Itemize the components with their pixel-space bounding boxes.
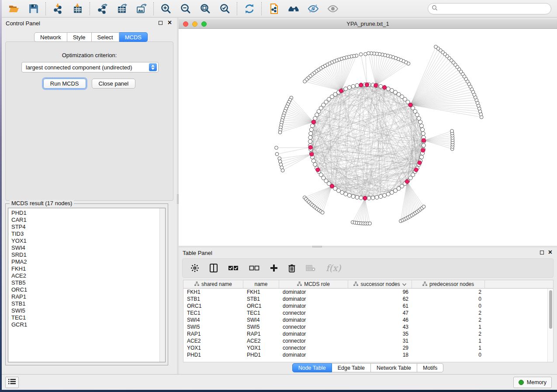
column-header-successor-nodes[interactable]: successor nodes [348, 280, 412, 288]
mcds-result-item[interactable]: TEC1 [11, 314, 165, 321]
criterion-label: Optimization criterion: [6, 52, 173, 58]
table-row[interactable]: SWI4SWI4dominator462 [183, 316, 553, 323]
column-header-filler [485, 280, 553, 288]
column-header-predecessor-nodes[interactable]: predecessor nodes [412, 280, 485, 288]
table-row[interactable]: FKH1FKH1dominator962 [183, 289, 553, 296]
toolbar-group [261, 2, 345, 15]
mcds-result-item[interactable]: CAR1 [11, 217, 165, 224]
tab-mcds[interactable]: MCDS [119, 32, 148, 42]
table-cell: STB1 [183, 296, 243, 303]
table-cell: SWI4 [243, 316, 279, 323]
node-table-body: FKH1FKH1dominator962STB1STB1dominator620… [183, 289, 553, 358]
mcds-result-item[interactable]: STB5 [11, 279, 165, 286]
show-columns-icon[interactable] [210, 262, 218, 274]
table-settings-icon[interactable] [190, 262, 199, 274]
table-cell: dominator [279, 351, 348, 358]
refresh-icon[interactable] [243, 3, 255, 14]
zoom-in-icon[interactable] [160, 3, 172, 14]
close-panel-button[interactable]: Close panel [92, 79, 136, 89]
table-cell: 1 [412, 344, 485, 351]
mcds-result-item[interactable]: SRD1 [11, 251, 165, 258]
mcds-result-item[interactable]: ACE2 [11, 272, 165, 279]
tab-edge-table[interactable]: Edge Table [332, 363, 371, 372]
mcds-result-title: MCDS result (17 nodes) [10, 200, 74, 206]
table-cell: RAP1 [243, 330, 279, 337]
table-row[interactable]: RAP1RAP1dominator352 [183, 330, 553, 337]
table-row[interactable]: PHD1PHD1dominator180 [183, 351, 553, 358]
list-icon [8, 378, 16, 386]
table-cell: TEC1 [243, 309, 279, 316]
cytoscape-window: Control Panel × NetworkStyleSelectMCDS O… [2, 0, 557, 390]
tab-style[interactable]: Style [67, 32, 92, 42]
tab-node-table[interactable]: Node Table [292, 363, 332, 372]
open-folder-icon[interactable] [8, 3, 20, 14]
mcds-result-item[interactable]: GCR1 [11, 321, 165, 328]
tab-motifs[interactable]: Motifs [417, 363, 443, 372]
mcds-result-item[interactable]: SWI4 [11, 244, 165, 251]
float-table-panel-icon[interactable] [540, 251, 544, 254]
close-panel-icon[interactable]: × [168, 19, 172, 27]
zoom-out-icon[interactable] [180, 3, 191, 14]
zoom-fit-icon[interactable] [199, 3, 211, 14]
save-icon[interactable] [28, 3, 39, 14]
table-row[interactable]: ORC1ORC1dominator610 [183, 303, 553, 309]
dropdown-stepper-icon [149, 63, 157, 71]
mcds-result-list[interactable]: PHD1CAR1STP4TID3YOX1SWI4SRD1PMA2FKH1ACE2… [8, 208, 166, 362]
tab-network[interactable]: Network [34, 32, 67, 42]
hide-selected-icon[interactable] [307, 3, 319, 14]
column-header-MCDS-role[interactable]: MCDS role [279, 280, 348, 288]
table-cell: 1 [412, 323, 485, 330]
table-row[interactable]: ACE2ACE2connector311 [183, 337, 553, 344]
search-box[interactable] [428, 3, 551, 14]
search-input[interactable] [440, 4, 551, 13]
mcds-result-item[interactable]: YOX1 [11, 237, 165, 244]
network-document-icon[interactable] [268, 3, 280, 14]
toolbar-icon-groups [2, 2, 345, 15]
table-scrollbar-thumb[interactable] [549, 290, 552, 329]
import-table-icon[interactable] [72, 3, 83, 14]
network-canvas[interactable] [179, 29, 557, 246]
mcds-result-item[interactable]: RAP1 [11, 293, 165, 300]
run-mcds-button[interactable]: Run MCDS [43, 79, 86, 89]
tab-network-table[interactable]: Network Table [371, 363, 417, 372]
table-cell: 61 [348, 303, 412, 309]
export-network-icon[interactable] [96, 3, 108, 14]
import-network-icon[interactable] [52, 3, 64, 14]
first-neighbors-icon[interactable] [287, 3, 299, 14]
table-row[interactable]: STB1STB1dominator620 [183, 296, 553, 303]
task-history-button[interactable] [5, 377, 19, 388]
close-table-panel-icon[interactable]: × [548, 248, 552, 256]
select-all-icon[interactable] [228, 262, 239, 274]
table-cell: 43 [348, 323, 412, 330]
mcds-result-item[interactable]: TID3 [11, 230, 165, 237]
mcds-result-item[interactable]: FKH1 [11, 265, 165, 272]
add-icon[interactable] [270, 262, 278, 274]
mcds-result-item[interactable]: ORC1 [11, 286, 165, 293]
table-row[interactable]: SWI5SWI5connector431 [183, 323, 553, 330]
export-table-icon[interactable] [116, 3, 128, 14]
mcds-result-item[interactable]: PHD1 [11, 210, 165, 217]
table-row[interactable]: YOX1YOX1connector291 [183, 344, 553, 351]
export-image-icon[interactable] [135, 3, 147, 14]
memory-button[interactable]: Memory [513, 377, 552, 388]
table-row[interactable]: TEC1TEC1connector472 [183, 309, 553, 316]
delete-icon[interactable] [288, 262, 295, 274]
criterion-dropdown[interactable]: largest connected component (undirected) [21, 62, 159, 72]
column-header-shared-name[interactable]: shared name [183, 280, 243, 288]
table-scrollbar[interactable] [547, 289, 553, 362]
tab-select[interactable]: Select [92, 32, 119, 42]
mcds-result-item[interactable]: STP4 [11, 224, 165, 230]
mcds-result-item[interactable]: SWI5 [11, 307, 165, 314]
column-type-icon [422, 281, 427, 287]
zoom-selected-icon[interactable] [219, 3, 231, 14]
deselect-all-icon[interactable] [249, 262, 259, 274]
float-panel-icon[interactable] [159, 21, 163, 25]
network-graph[interactable] [179, 29, 557, 246]
mcds-result-item[interactable]: PMA2 [11, 258, 165, 265]
table-cell: FKH1 [183, 289, 243, 296]
result-scrollbar[interactable] [159, 208, 165, 362]
table-cell: dominator [279, 330, 348, 337]
mcds-result-item[interactable]: STB1 [11, 300, 165, 307]
table-cell: 47 [348, 309, 412, 316]
column-header-name[interactable]: name [243, 280, 279, 288]
